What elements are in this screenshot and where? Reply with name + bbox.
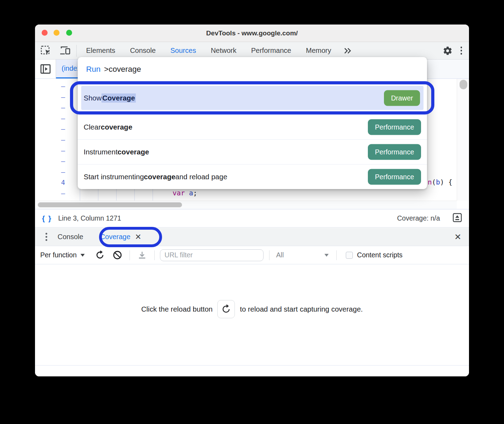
gutter-line-marker[interactable]: – [35, 134, 66, 145]
url-filter-input[interactable] [160, 249, 264, 261]
gutter-line-marker[interactable]: – [35, 113, 66, 124]
gutter-line-marker[interactable]: – [35, 81, 66, 91]
drawer-menu-kebab-icon[interactable] [43, 231, 49, 243]
device-toolbar-icon[interactable] [59, 45, 71, 57]
gutter-line-marker[interactable]: – [35, 188, 66, 199]
command-input[interactable]: Run >coverage [78, 57, 427, 81]
tab-console[interactable]: Console [122, 42, 163, 59]
tab-performance[interactable]: Performance [244, 42, 299, 59]
editor-vertical-scrollbar[interactable] [457, 79, 469, 201]
coverage-type-label: Per function [40, 251, 77, 259]
more-tabs-icon[interactable] [338, 48, 357, 54]
item-match: coverage [101, 123, 132, 131]
item-match: coverage [144, 173, 175, 181]
devtools-window: DevTools - www.google.com/ Elements Cons… [35, 25, 469, 376]
sources-statusbar: { } Line 3, Column 1271 Coverage: n/a [35, 209, 469, 228]
open-drawer-icon[interactable] [453, 213, 462, 224]
drawer-tab-coverage-label: Coverage [100, 233, 131, 241]
titlebar: DevTools - www.google.com/ [35, 25, 469, 42]
content-scripts-checkbox[interactable] [346, 252, 353, 259]
scope-filter-label: All [276, 251, 284, 259]
gutter-line-marker[interactable]: 4 [35, 177, 66, 188]
cursor-position: Line 3, Column 1271 [58, 214, 121, 222]
tabbar-right-group [442, 44, 469, 57]
performance-badge: Performance [368, 144, 421, 160]
gutter-line-marker[interactable]: – [35, 145, 66, 156]
code-line-5: var a; [173, 188, 197, 199]
command-palette: Run >coverage Show Coverage Drawer Clear… [78, 57, 427, 189]
coverage-status: Coverage: n/a [397, 214, 440, 222]
tab-network[interactable]: Network [203, 42, 244, 59]
coverage-message-after: to reload and start capturing coverage. [240, 305, 363, 313]
coverage-message-before: Click the reload button [141, 305, 213, 313]
drawer-close-icon[interactable]: ✕ [454, 232, 461, 242]
drawer-tab-coverage[interactable]: Coverage ✕ [92, 228, 146, 246]
inspect-element-icon[interactable] [40, 45, 52, 57]
export-coverage-icon[interactable] [136, 249, 148, 261]
navigator-toggle-icon[interactable] [35, 60, 56, 78]
drawer-tabbar: Console Coverage ✕ ✕ [35, 228, 469, 246]
command-query: >coverage [104, 65, 141, 74]
gutter-line-marker[interactable]: – [35, 156, 66, 166]
performance-badge: Performance [368, 169, 421, 185]
coverage-tab-close-icon[interactable]: ✕ [135, 232, 141, 242]
indent-guide [134, 189, 135, 201]
coverage-toolbar: Per function All [35, 246, 469, 264]
coverage-panel-content: Click the reload button to reload and st… [35, 264, 469, 365]
vscroll-thumb[interactable] [460, 80, 467, 89]
clear-coverage-icon[interactable] [111, 249, 123, 261]
code-line-4: n(b) { [428, 177, 452, 188]
drawer-tab-console[interactable]: Console [49, 228, 92, 246]
settings-gear-icon[interactable] [442, 45, 454, 57]
tab-elements[interactable]: Elements [79, 42, 122, 59]
editor-horizontal-scrollbar[interactable] [35, 201, 457, 209]
message-reload-button[interactable] [217, 300, 235, 318]
run-label: Run [86, 65, 100, 74]
performance-badge: Performance [368, 119, 421, 135]
drawer-footer [35, 365, 469, 376]
window-title: DevTools - www.google.com/ [35, 25, 469, 42]
coverage-type-select[interactable]: Per function [40, 251, 85, 259]
palette-item-start-instrumenting[interactable]: Start instrumenting coverage and reload … [78, 164, 427, 189]
item-text: Clear [84, 123, 101, 131]
drawer-badge: Drawer [384, 90, 420, 106]
indent-guide [153, 189, 153, 201]
content-scripts-label: Content scripts [357, 251, 402, 259]
panel-tabs: Elements Console Sources Network Perform… [79, 42, 357, 59]
tab-memory[interactable]: Memory [299, 42, 338, 59]
hscroll-thumb[interactable] [38, 202, 182, 207]
item-text: Start instrumenting [84, 173, 144, 181]
tab-sources[interactable]: Sources [163, 42, 203, 59]
scope-filter-select[interactable]: All [276, 251, 329, 259]
scope-dropdown-icon [324, 254, 329, 257]
palette-item-clear-coverage[interactable]: Clear coverage Performance [78, 114, 427, 139]
indent-guide [80, 189, 80, 201]
gutter-line-marker[interactable]: – [35, 92, 66, 102]
indent-guide [116, 189, 117, 201]
pretty-print-icon[interactable]: { } [42, 214, 52, 223]
palette-item-show-coverage[interactable]: Show Coverage Drawer [81, 86, 424, 110]
item-match: coverage [118, 148, 149, 156]
item-match: Coverage [102, 93, 135, 103]
coverage-type-dropdown-icon [80, 254, 85, 257]
item-text: Instrument [84, 148, 118, 156]
gutter-line-marker[interactable]: – [35, 102, 66, 113]
gutter-line-marker[interactable]: – [35, 167, 66, 177]
start-reload-icon[interactable] [94, 249, 106, 261]
gutter-line-marker[interactable]: – [35, 124, 66, 134]
item-text: Show [84, 94, 102, 102]
indent-guide [98, 189, 98, 201]
main-menu-kebab-icon[interactable] [458, 44, 464, 57]
toolbar-icon-group [35, 45, 77, 57]
palette-item-instrument-coverage[interactable]: Instrument coverage Performance [78, 139, 427, 164]
item-text: and reload page [175, 173, 227, 181]
